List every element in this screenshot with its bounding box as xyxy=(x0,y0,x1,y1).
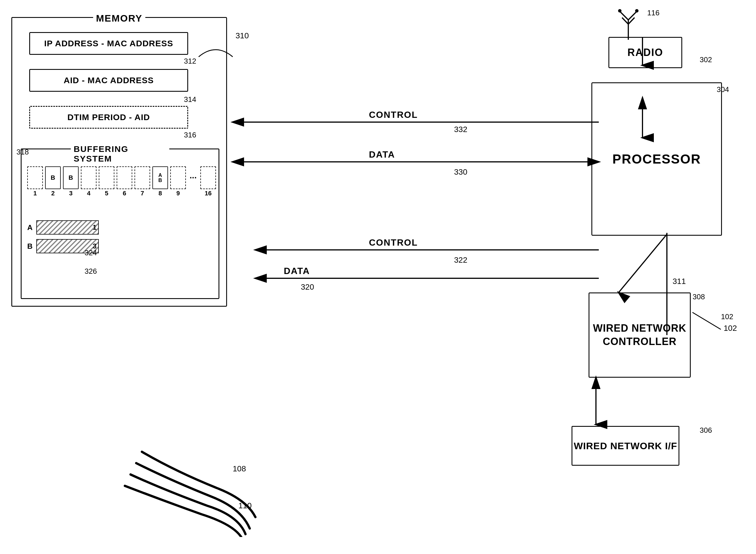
radio-label: RADIO xyxy=(627,47,663,58)
buffer-slot-8: A B 8 xyxy=(152,166,168,189)
slot-content-3: B xyxy=(69,174,73,181)
legend-letter-b: B xyxy=(27,242,34,251)
svg-line-29 xyxy=(619,234,667,292)
buffer-slot-7: 7 xyxy=(134,166,150,189)
svg-line-32 xyxy=(692,312,721,329)
slot-content-8b: B xyxy=(159,178,162,183)
buffering-box: BUFFERING SYSTEM 1 B 2 B 3 xyxy=(21,149,219,299)
svg-text:CONTROL: CONTROL xyxy=(369,110,418,120)
ref-326: 326 xyxy=(84,267,97,276)
buffer-slot-16: 16 xyxy=(200,166,216,189)
ref-302: 302 xyxy=(700,55,712,64)
aid-mac-label: AID - MAC ADDRESS xyxy=(64,75,154,85)
wnif-box: WIRED NETWORK I/F xyxy=(572,426,679,466)
slot-num-9: 9 xyxy=(176,190,180,197)
buffer-slot-1: 1 xyxy=(27,166,43,189)
slot-content-2: B xyxy=(51,174,55,181)
slot-num-7: 7 xyxy=(140,190,144,197)
ref-306: 306 xyxy=(700,426,712,435)
svg-point-6 xyxy=(635,9,638,12)
slot-num-2: 2 xyxy=(51,190,55,197)
buffer-slot-5: 5 xyxy=(99,166,114,189)
legend-item-a: A 1 xyxy=(27,220,99,234)
ref-304: 304 xyxy=(717,85,729,94)
ip-mac-box: IP ADDRESS - MAC ADDRESS xyxy=(29,32,188,55)
dtim-label: DTIM PERIOD - AID xyxy=(68,112,150,122)
svg-text:320: 320 xyxy=(301,283,314,291)
buffer-slots-row: 1 B 2 B 3 4 5 xyxy=(27,166,216,189)
svg-text:CONTROL: CONTROL xyxy=(369,237,418,247)
ref-316: 316 xyxy=(184,131,196,140)
wnif-label: WIRED NETWORK I/F xyxy=(574,440,677,451)
ref-308: 308 xyxy=(693,292,705,301)
ref-102: 102 xyxy=(721,312,733,321)
buffer-slot-4: 4 xyxy=(81,166,97,189)
slot-content-8a: A xyxy=(159,173,162,178)
dtim-box: DTIM PERIOD - AID xyxy=(29,106,188,129)
processor-label: PROCESSOR xyxy=(612,151,701,167)
svg-text:311: 311 xyxy=(673,277,686,286)
legend-bar-a: 1 xyxy=(36,220,99,234)
radio-box: RADIO xyxy=(609,37,682,68)
buffer-slot-6: 6 xyxy=(117,166,132,189)
buffer-slot-2: B 2 xyxy=(45,166,61,189)
buffer-ellipsis: ··· xyxy=(188,173,198,182)
slot-num-6: 6 xyxy=(123,190,126,197)
svg-text:102: 102 xyxy=(723,324,737,333)
svg-text:DATA: DATA xyxy=(284,266,310,276)
slot-num-3: 3 xyxy=(69,190,72,197)
svg-text:322: 322 xyxy=(454,256,467,264)
buffer-slot-3: B 3 xyxy=(63,166,79,189)
wnc-label: WIRED NETWORK CONTROLLER xyxy=(589,322,690,348)
antenna-icon xyxy=(614,6,642,40)
buffering-label: BUFFERING SYSTEM xyxy=(71,144,170,164)
buffer-slot-9: 9 xyxy=(170,166,186,189)
ref-324: 324 xyxy=(84,248,97,257)
ip-mac-label: IP ADDRESS - MAC ADDRESS xyxy=(44,39,173,48)
legend-letter-a: A xyxy=(27,223,34,232)
svg-text:310: 310 xyxy=(236,31,249,40)
svg-line-2 xyxy=(628,11,637,20)
ref-318: 318 xyxy=(16,148,29,157)
diagram: MEMORY IP ADDRESS - MAC ADDRESS AID - MA… xyxy=(0,0,756,554)
svg-text:DATA: DATA xyxy=(369,149,395,160)
slot-num-5: 5 xyxy=(105,190,108,197)
aid-mac-box: AID - MAC ADDRESS xyxy=(29,69,188,92)
svg-text:330: 330 xyxy=(454,168,467,176)
processor-box: PROCESSOR xyxy=(591,82,722,236)
cable-icon xyxy=(119,438,261,537)
legend-value-a: 1 xyxy=(93,223,97,231)
slot-num-16: 16 xyxy=(205,190,211,197)
ref-116: 116 xyxy=(647,8,659,17)
svg-text:332: 332 xyxy=(454,125,467,134)
svg-point-5 xyxy=(618,9,622,12)
slot-num-8: 8 xyxy=(159,190,162,197)
ref-314: 314 xyxy=(184,95,196,104)
slot-num-4: 4 xyxy=(87,190,90,197)
memory-label: MEMORY xyxy=(93,13,145,24)
slot-num-1: 1 xyxy=(33,190,37,197)
svg-line-1 xyxy=(620,11,628,20)
ref-312: 312 xyxy=(184,57,196,66)
wnc-box: WIRED NETWORK CONTROLLER xyxy=(588,292,691,378)
